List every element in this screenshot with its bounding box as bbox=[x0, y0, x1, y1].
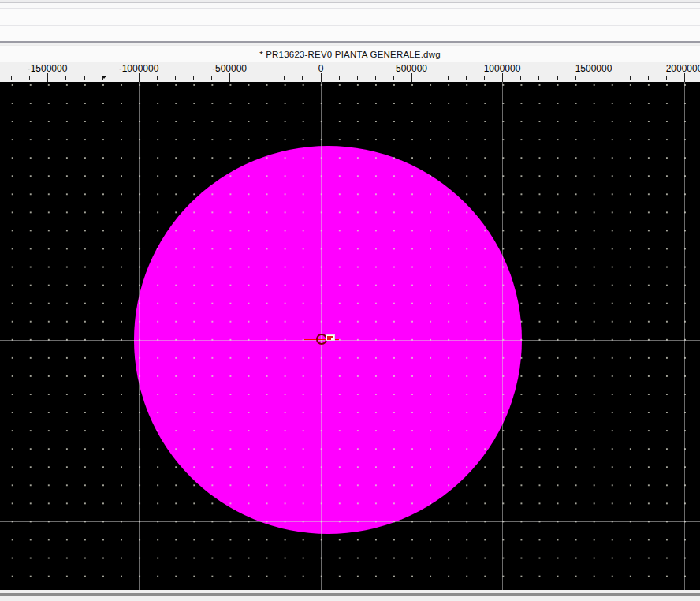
ruler-minor-tick bbox=[557, 76, 558, 80]
ruler-label: 0 bbox=[318, 63, 324, 74]
ruler-minor-tick bbox=[520, 76, 521, 80]
ruler-label: 1500000 bbox=[575, 63, 612, 74]
ruler-minor-tick bbox=[284, 76, 285, 80]
ruler-minor-tick bbox=[302, 76, 303, 80]
ruler-minor-tick bbox=[157, 76, 158, 80]
ruler-label: 1000000 bbox=[484, 63, 521, 74]
ruler-minor-tick bbox=[484, 76, 485, 80]
ruler-minor-tick bbox=[65, 76, 66, 80]
ruler-minor-tick bbox=[538, 76, 539, 80]
ruler-minor-tick bbox=[466, 76, 467, 80]
document-title-bar: * PR13623-REV0 PIANTA GENERALE.dwg bbox=[0, 46, 700, 62]
ruler-minor-tick bbox=[193, 76, 194, 80]
toolbar-row-1 bbox=[0, 9, 700, 26]
ruler-minor-tick bbox=[11, 76, 12, 80]
cad-app-window: * PR13623-REV0 PIANTA GENERALE.dwg -1500… bbox=[0, 0, 700, 601]
ruler-minor-tick bbox=[175, 76, 176, 80]
grid-major-line-vertical bbox=[684, 82, 685, 590]
ruler-minor-tick bbox=[612, 76, 612, 80]
ruler-minor-tick bbox=[666, 76, 667, 80]
ruler-minor-tick bbox=[29, 76, 30, 80]
ruler-minor-tick bbox=[84, 76, 85, 80]
ruler-minor-tick bbox=[430, 76, 430, 80]
ruler-minor-tick bbox=[575, 76, 576, 80]
menu-bar-empty bbox=[0, 3, 700, 9]
magenta-circle[interactable] bbox=[134, 146, 522, 534]
ruler-label: -500000 bbox=[212, 63, 247, 74]
ruler-minor-tick bbox=[375, 76, 376, 80]
status-strip-bottom bbox=[0, 596, 700, 601]
ruler-minor-tick bbox=[448, 76, 449, 80]
ruler-minor-tick bbox=[393, 76, 394, 80]
ruler-minor-tick bbox=[121, 76, 121, 80]
ruler-minor-tick bbox=[211, 76, 212, 80]
ruler-minor-tick bbox=[630, 76, 631, 80]
horizontal-ruler: -1500000-1000000-50000005000001000000150… bbox=[0, 62, 700, 82]
ruler-minor-tick bbox=[266, 76, 266, 80]
ruler-minor-tick bbox=[357, 76, 358, 80]
ruler-minor-tick bbox=[248, 76, 248, 80]
document-title: * PR13623-REV0 PIANTA GENERALE.dwg bbox=[259, 50, 441, 59]
ruler-position-marker-icon bbox=[102, 76, 106, 79]
ruler-label: -1500000 bbox=[28, 63, 68, 74]
ruler-minor-tick bbox=[648, 76, 649, 80]
ruler-minor-tick bbox=[339, 76, 340, 80]
ruler-label: -1000000 bbox=[119, 63, 159, 74]
toolbar-row-2 bbox=[0, 26, 700, 41]
ruler-label: 2000000 bbox=[666, 63, 700, 74]
drawing-canvas[interactable] bbox=[0, 82, 700, 590]
ruler-label: 500000 bbox=[396, 63, 427, 74]
